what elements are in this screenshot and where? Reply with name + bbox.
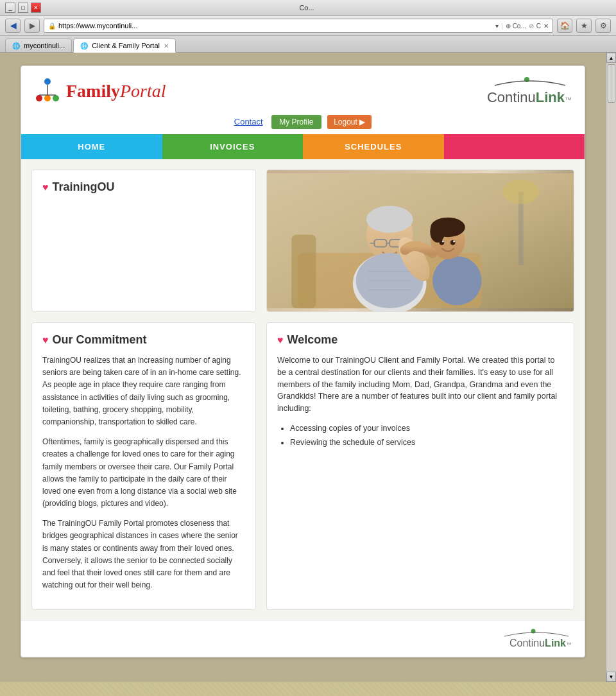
logo-area: FamilyPortal (34, 78, 166, 105)
footer-cl-tm: ™ (566, 641, 572, 648)
portal-main-nav: HOME INVOICES SCHEDULES (21, 134, 585, 159)
logout-button[interactable]: Logout ▶ (327, 115, 372, 129)
cl-arc-svg (488, 76, 572, 89)
portal-container: FamilyPortal ContinuLink™ (21, 65, 585, 657)
footer-cl-continu: Continu (509, 638, 545, 649)
cl-name-row: ContinuLink™ (487, 89, 572, 106)
refresh-icon[interactable]: C (536, 22, 541, 30)
nav-tab-invoices[interactable]: INVOICES (162, 134, 304, 159)
footer-cl-link: Link (545, 638, 566, 649)
window-title: Co... (299, 4, 314, 12)
welcome-bullet-2: Reviewing the schedule of services (290, 435, 563, 450)
forward-button[interactable]: ▶ (24, 19, 40, 33)
footer-cl-logo: ContinuLink™ (501, 629, 572, 649)
stop-icon[interactable]: ✕ (543, 22, 549, 30)
browser-tab-inactive[interactable]: 🌐 mycontinuli... (5, 39, 72, 52)
window-controls[interactable]: _ □ ✕ (5, 3, 41, 13)
scroll-track[interactable] (606, 63, 616, 672)
heart-icon-commitment: ♥ (42, 335, 49, 346)
nav-tab-schedules[interactable]: SCHEDULES (303, 134, 444, 159)
portal-header: FamilyPortal ContinuLink™ (21, 66, 585, 112)
dropdown-icon[interactable]: ▾ (495, 22, 499, 30)
lock-icon2: ⊘ (529, 22, 534, 30)
tab-favicon-active: 🌐 (80, 42, 88, 49)
svg-point-23 (432, 256, 481, 305)
photo-card (266, 170, 574, 312)
welcome-title: ♥ Welcome (277, 333, 563, 347)
svg-point-2 (53, 95, 59, 101)
commitment-para2: Oftentimes, family is geographically dis… (42, 436, 245, 510)
security-icon: 🔒 (48, 22, 56, 30)
browser-title-bar: _ □ ✕ Co... (0, 0, 616, 16)
tab-close-button[interactable]: ✕ (164, 42, 169, 49)
heart-icon-welcome: ♥ (277, 335, 284, 346)
contact-link[interactable]: Contact (234, 117, 263, 126)
settings-button[interactable]: ⚙ (595, 19, 611, 33)
url-display: https://www.mycontinuli... (58, 22, 493, 30)
commitment-para1: TrainingOU realizes that an increasing n… (42, 354, 245, 428)
continulink-logo: ContinuLink™ (487, 76, 572, 106)
home-browser-button[interactable]: 🏠 (557, 19, 572, 33)
content-grid-bottom: ♥ Our Commitment TrainingOU realizes tha… (31, 322, 574, 610)
hero-photo (267, 170, 574, 311)
main-scroll-area[interactable]: FamilyPortal ContinuLink™ (0, 53, 606, 682)
commitment-para3: The TrainingOU Family Portal promotes cl… (42, 518, 245, 591)
tab-label-inactive: mycontinuli... (24, 42, 65, 49)
close-button[interactable]: ✕ (31, 3, 41, 13)
browser-toolbar: ◀ ▶ 🔒 https://www.mycontinuli... ▾ | ⊕ C… (0, 16, 616, 36)
svg-point-30 (453, 241, 455, 243)
browser-tab-active[interactable]: 🌐 Client & Family Portal ✕ (73, 39, 176, 53)
logo-icon (34, 78, 61, 105)
scroll-up-button[interactable]: ▲ (606, 53, 616, 63)
cl-tm: ™ (565, 96, 572, 103)
welcome-title-text: Welcome (287, 333, 338, 347)
logo-portal: Portal (120, 81, 166, 101)
nav-tab-home[interactable]: HOME (21, 134, 162, 159)
commitment-card: ♥ Our Commitment TrainingOU realizes tha… (31, 322, 256, 610)
tab-favicon-inactive: 🌐 (12, 42, 20, 49)
go-button[interactable]: ⊕ Co... (506, 22, 526, 30)
address-bar[interactable]: 🔒 https://www.mycontinuli... ▾ | ⊕ Co...… (44, 19, 553, 33)
svg-point-1 (36, 95, 42, 101)
browser-tabs: 🌐 mycontinuli... 🌐 Client & Family Porta… (0, 36, 616, 52)
user-name-text: TrainingOU (53, 180, 115, 194)
scroll-down-button[interactable]: ▼ (606, 672, 616, 682)
browser-body: FamilyPortal ContinuLink™ (0, 53, 616, 682)
content-grid-top: ♥ TrainingOU (31, 170, 574, 312)
logo-family: Family (66, 81, 120, 101)
my-profile-button[interactable]: My Profile (271, 115, 321, 129)
commitment-title: ♥ Our Commitment (42, 333, 245, 347)
footer-cl-arc (501, 629, 572, 638)
portal-content: ♥ TrainingOU (21, 159, 585, 620)
svg-point-3 (44, 95, 51, 101)
minimize-button[interactable]: _ (5, 3, 15, 13)
svg-point-15 (366, 206, 413, 233)
scroll-thumb[interactable] (608, 64, 615, 103)
welcome-bullet-1: Accessing copies of your invoices (290, 421, 563, 436)
welcome-bullet-list: Accessing copies of your invoices Review… (277, 421, 563, 450)
tab-label-active: Client & Family Portal (92, 42, 160, 49)
favorites-button[interactable]: ★ (576, 19, 592, 33)
cl-continu: Continu (487, 89, 536, 106)
svg-point-32 (502, 179, 539, 204)
footer-cl-name: ContinuLink™ (509, 638, 572, 649)
svg-point-29 (442, 241, 444, 243)
portal-nav-links: Contact My Profile Logout ▶ (21, 112, 585, 134)
cl-link: Link (536, 89, 565, 106)
maximize-button[interactable]: □ (18, 3, 28, 13)
welcome-card: ♥ Welcome Welcome to our TrainingOU Clie… (266, 322, 574, 610)
heart-icon-user: ♥ (42, 182, 49, 193)
back-button[interactable]: ◀ (5, 19, 21, 33)
svg-rect-12 (291, 234, 316, 308)
hero-illustration (267, 170, 574, 311)
portal-footer: ContinuLink™ (21, 620, 585, 657)
svg-point-0 (44, 78, 51, 85)
commitment-title-text: Our Commitment (53, 333, 147, 347)
user-name-title: ♥ TrainingOU (42, 180, 245, 194)
scrollbar[interactable]: ▲ ▼ (606, 53, 616, 682)
svg-point-26 (430, 220, 445, 242)
logo-text: FamilyPortal (66, 81, 166, 101)
separator: | (501, 22, 503, 30)
welcome-intro: Welcome to our TrainingOU Client and Fam… (277, 354, 563, 415)
nav-tab-extra[interactable] (444, 134, 585, 159)
